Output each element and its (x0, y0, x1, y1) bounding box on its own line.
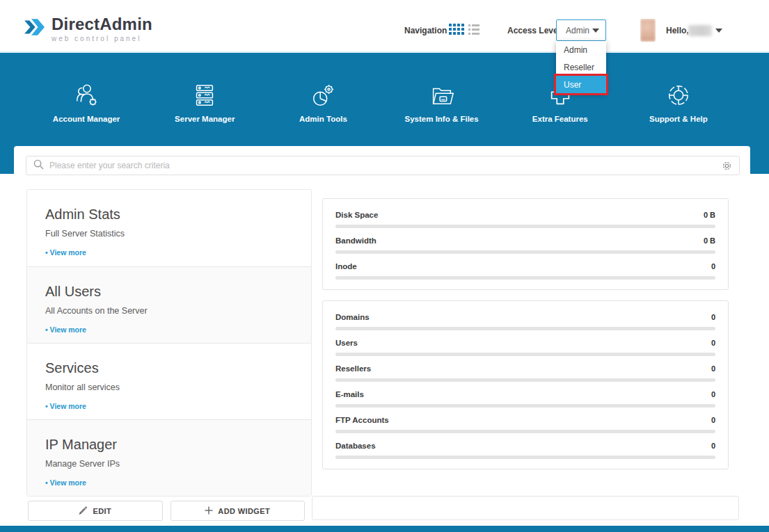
folder-files-icon (428, 82, 456, 108)
stat-row-ftp-accounts: FTP Accounts 0 (335, 408, 715, 433)
user-avatar[interactable] (640, 19, 656, 42)
widget-subtitle: Manage Server IPs (45, 459, 293, 469)
nav-label: Admin Tools (299, 115, 347, 123)
redacted-username (688, 25, 712, 36)
main-nav: Account Manager Server Manager (0, 53, 769, 123)
menu-item-reseller[interactable]: Reseller (556, 58, 606, 76)
stat-label: Resellers (335, 364, 371, 373)
access-level-label: Access Level (507, 26, 560, 35)
stat-value: 0 (711, 442, 715, 450)
widget-subtitle: Full Server Statistics (45, 229, 293, 239)
greeting-label: Hello, (666, 26, 689, 35)
stat-value: 0 B (704, 236, 715, 245)
widget-title: Admin Stats (45, 207, 293, 223)
list-view-icon[interactable] (468, 24, 479, 38)
nav-label: Account Manager (53, 115, 120, 123)
nav-item-server-manager[interactable]: Server Manager (145, 82, 264, 123)
stat-value: 0 (711, 416, 715, 424)
stat-label: Users (335, 339, 358, 347)
widget-column: Admin Stats Full Server Statistics • Vie… (26, 189, 312, 521)
progress-bar (335, 456, 715, 459)
widget-subtitle: All Accounts on the Server (45, 306, 293, 316)
usage-stats-card: Disk Space 0 B Bandwidth 0 B (322, 198, 729, 290)
menu-item-admin[interactable]: Admin (556, 41, 606, 58)
stats-column: Disk Space 0 B Bandwidth 0 B (312, 189, 739, 521)
stat-row-users: Users 0 (335, 330, 715, 356)
search-input[interactable] (49, 161, 722, 170)
directadmin-dashboard: DirectAdmin web control panel Navigation (0, 0, 769, 532)
stat-value: 0 (711, 313, 715, 321)
nav-label: Support & Help (649, 115, 708, 123)
stat-label: Bandwidth (335, 236, 376, 245)
view-more-link[interactable]: • View more (45, 478, 293, 487)
stat-value: 0 (711, 364, 715, 373)
stat-label: Disk Space (335, 211, 378, 219)
server-stack-icon (191, 82, 219, 108)
view-more-link[interactable]: • View more (45, 402, 293, 410)
stat-label: Databases (335, 442, 376, 450)
grid-view-icon[interactable] (449, 24, 465, 38)
top-header: DirectAdmin web control panel Navigation (0, 0, 769, 53)
plus-icon (205, 506, 213, 516)
widget-actions: EDIT ADD WIDGET (28, 501, 305, 521)
widget-list: Admin Stats Full Server Statistics • Vie… (26, 189, 312, 497)
logo-tagline: web control panel (51, 35, 152, 42)
empty-widget-slot (312, 496, 739, 520)
stat-row-inode: Inode 0 (335, 254, 715, 280)
footer-strip (0, 526, 769, 532)
widget-title: Services (45, 360, 293, 376)
nav-item-support-help[interactable]: Support & Help (619, 82, 738, 123)
widget-title: IP Manager (45, 437, 293, 453)
access-level-menu: Admin Reseller User (556, 41, 606, 93)
chevron-down-icon (592, 29, 599, 33)
dashboard-main: Admin Stats Full Server Statistics • Vie… (26, 189, 739, 521)
widget-subtitle: Monitor all services (45, 382, 293, 392)
nav-item-account-manager[interactable]: Account Manager (27, 82, 145, 123)
stat-row-emails: E-mails 0 (335, 382, 715, 408)
stat-label: Domains (335, 313, 370, 321)
widget-services: Services Monitor all services • View mor… (27, 343, 311, 419)
stat-row-disk-space: Disk Space 0 B (335, 202, 715, 228)
nav-label: Server Manager (175, 115, 235, 123)
logo-title: DirectAdmin (51, 15, 152, 34)
user-menu-chevron-icon[interactable] (715, 29, 722, 33)
nav-label: Extra Features (532, 115, 588, 123)
view-more-link[interactable]: • View more (45, 325, 293, 334)
progress-bar (335, 276, 715, 280)
stat-row-bandwidth: Bandwidth 0 B (335, 228, 715, 254)
edit-button-label: EDIT (93, 507, 111, 515)
stat-row-databases: Databases 0 (335, 433, 715, 459)
nav-label: System Info & Files (405, 115, 479, 123)
stat-value: 0 (711, 390, 715, 398)
search-icon (33, 159, 44, 172)
nav-item-system-info-files[interactable]: System Info & Files (383, 82, 501, 123)
search-bar (26, 156, 740, 175)
stat-label: FTP Accounts (335, 416, 389, 424)
edit-button[interactable]: EDIT (28, 501, 163, 521)
navigation-label: Navigation (404, 26, 447, 35)
access-level-value: Admin (566, 26, 589, 35)
stat-row-resellers: Resellers 0 (335, 356, 715, 382)
view-more-link[interactable]: • View more (45, 248, 293, 257)
lifebuoy-icon (665, 82, 692, 108)
pie-gear-icon (309, 82, 337, 108)
stat-label: E-mails (335, 390, 364, 398)
widget-all-users: All Users All Accounts on the Server • V… (27, 266, 311, 343)
menu-item-user[interactable]: User (556, 76, 606, 93)
stat-value: 0 B (704, 211, 715, 219)
avatar-blur (640, 19, 656, 42)
directadmin-logo-icon (24, 15, 45, 42)
content-panel: Admin Stats Full Server Statistics • Vie… (14, 146, 750, 526)
stat-value: 0 (711, 262, 715, 271)
stat-value: 0 (711, 339, 715, 347)
directadmin-logo[interactable]: DirectAdmin web control panel (24, 15, 152, 42)
access-level-dropdown[interactable]: Admin (556, 19, 606, 41)
search-settings-gear-icon[interactable] (722, 161, 732, 171)
widget-ip-manager: IP Manager Manage Server IPs • View more (27, 419, 311, 496)
pencil-icon (79, 506, 88, 516)
add-widget-button-label: ADD WIDGET (218, 507, 270, 515)
add-widget-button[interactable]: ADD WIDGET (171, 501, 306, 521)
stat-label: Inode (335, 262, 357, 271)
nav-item-admin-tools[interactable]: Admin Tools (264, 82, 382, 123)
stat-row-domains: Domains 0 (335, 305, 715, 330)
